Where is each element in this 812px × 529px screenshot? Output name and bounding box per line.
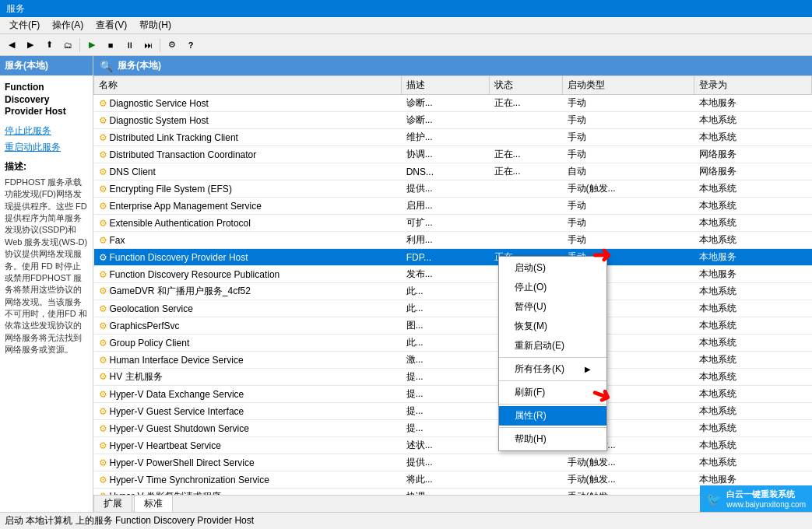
- menu-help[interactable]: 帮助(H): [133, 17, 178, 33]
- stop-service-link[interactable]: 停止此服务: [5, 124, 88, 138]
- table-row[interactable]: ⚙DNS ClientDNS...正在...自动网络服务: [94, 163, 812, 180]
- col-login[interactable]: 登录为: [694, 76, 812, 95]
- col-startup[interactable]: 启动类型: [563, 76, 694, 95]
- right-panel-header: 🔍 服务(本地): [93, 56, 812, 75]
- table-row[interactable]: ⚙Hyper-V Data Exchange Service提...手动本地系统: [94, 386, 812, 403]
- context-menu-item-5[interactable]: 所有任务(K)▶: [499, 359, 606, 379]
- service-name-cell: ⚙Hyper-V Data Exchange Service: [94, 386, 402, 403]
- toolbar-stop[interactable]: ■: [102, 37, 119, 54]
- service-name-cell: ⚙Distributed Transaction Coordinator: [94, 146, 402, 163]
- context-menu-item-2[interactable]: 暂停(U): [499, 297, 606, 317]
- service-startup-cell: 手动: [563, 146, 694, 163]
- right-panel: 🔍 服务(本地) 名称 描述 状态 启动类型 登录为 ⚙Diagnostic S…: [93, 56, 812, 512]
- service-startup-cell: 手动(触发...: [563, 454, 694, 471]
- context-menu-item-8[interactable]: 帮助(H): [499, 429, 606, 449]
- watermark-line2: www.baiyunxitong.com: [726, 500, 806, 509]
- toolbar-pause[interactable]: ⏸: [121, 37, 138, 54]
- table-row[interactable]: ⚙Human Interface Device Service激...手动本地系…: [94, 352, 812, 369]
- context-menu-item-7[interactable]: 属性(R): [499, 406, 606, 426]
- table-row[interactable]: ⚙Function Discovery Provider HostFDP...正…: [94, 249, 812, 266]
- table-row[interactable]: ⚙Hyper-V PowerShell Direct Service提供...手…: [94, 454, 812, 471]
- table-row[interactable]: ⚙Fax利用...手动本地系统: [94, 232, 812, 249]
- status-text: 启动 本地计算机 上的服务 Function Discovery Provide…: [5, 514, 254, 527]
- twitter-icon: 🐦: [706, 492, 722, 506]
- context-menu-label-7: 属性(R): [515, 409, 547, 422]
- table-row[interactable]: ⚙Distributed Link Tracking Client维护...手动…: [94, 129, 812, 146]
- context-menu-label-8: 帮助(H): [515, 433, 547, 446]
- service-desc-cell: 维护...: [402, 129, 490, 146]
- service-desc-cell: 协调...: [402, 489, 490, 496]
- table-row[interactable]: ⚙Diagnostic Service Host诊断...正在...手动本地服务: [94, 95, 812, 112]
- toolbar-up[interactable]: ⬆: [40, 37, 58, 54]
- tab-standard[interactable]: 标准: [134, 495, 173, 512]
- service-name-cell: ⚙Function Discovery Provider Host: [94, 249, 402, 266]
- service-name-cell: ⚙Encrypting File System (EFS): [94, 180, 402, 198]
- toolbar-restart[interactable]: ⏭: [139, 37, 156, 54]
- table-row[interactable]: ⚙Extensible Authentication Protocol可扩...…: [94, 215, 812, 232]
- service-login-cell: 本地系统: [694, 198, 812, 215]
- service-desc-cell: 启用...: [402, 198, 490, 215]
- toolbar-properties[interactable]: ⚙: [163, 37, 181, 54]
- context-menu-label-0: 启动(S): [515, 261, 546, 275]
- table-row[interactable]: ⚙GraphicsPerfSvc图...手动本地系统: [94, 317, 812, 335]
- service-desc-cell: 利用...: [402, 232, 490, 249]
- left-panel-header: 服务(本地): [0, 56, 93, 75]
- service-login-cell: 本地系统: [694, 420, 812, 437]
- table-row[interactable]: ⚙Distributed Transaction Coordinator协调..…: [94, 146, 812, 163]
- desc-label: 描述:: [5, 160, 88, 173]
- service-login-cell: 本地系统: [694, 454, 812, 471]
- table-row[interactable]: ⚙GameDVR 和广播用户服务_4cf52此...手动本地系统: [94, 283, 812, 300]
- service-login-cell: 本地系统: [694, 335, 812, 352]
- tab-extended[interactable]: 扩展: [93, 495, 132, 512]
- service-desc-cell: 诊断...: [402, 112, 490, 129]
- context-menu-item-4[interactable]: 重新启动(E): [499, 336, 606, 356]
- menu-file[interactable]: 文件(F): [3, 17, 46, 33]
- menu-action[interactable]: 操作(A): [46, 17, 90, 33]
- service-login-cell: 本地系统: [694, 352, 812, 369]
- context-menu-item-3[interactable]: 恢复(M): [499, 317, 606, 336]
- toolbar-help[interactable]: ?: [182, 37, 199, 54]
- service-status-cell: [490, 198, 563, 215]
- col-name[interactable]: 名称: [94, 76, 402, 95]
- table-row[interactable]: ⚙Function Discovery Resource Publication…: [94, 266, 812, 283]
- context-menu-item-1[interactable]: 停止(O): [499, 278, 606, 297]
- service-name-cell: ⚙Fax: [94, 232, 402, 249]
- service-name-cell: ⚙Diagnostic System Host: [94, 112, 402, 129]
- table-row[interactable]: ⚙Group Policy Client此...手动本地系统: [94, 335, 812, 352]
- service-desc-cell: 激...: [402, 352, 490, 369]
- context-menu-label-5: 所有任务(K): [515, 363, 564, 376]
- service-desc-cell: 将此...: [402, 471, 490, 489]
- service-startup-cell: 手动(触发...: [563, 180, 694, 198]
- service-login-cell: 本地服务: [694, 266, 812, 283]
- toolbar-start[interactable]: ▶: [83, 37, 100, 54]
- service-name-cell: ⚙DNS Client: [94, 163, 402, 180]
- col-status[interactable]: 状态: [490, 76, 563, 95]
- table-row[interactable]: ⚙Geolocation Service此...手动本地系统: [94, 300, 812, 317]
- table-row[interactable]: ⚙Enterprise App Management Service启用...手…: [94, 198, 812, 215]
- service-login-cell: 本地系统: [694, 403, 812, 420]
- service-desc-cell: 提...: [402, 403, 490, 420]
- service-desc-cell: FDP...: [402, 249, 490, 266]
- service-startup-cell: 自动: [563, 163, 694, 180]
- context-menu-item-6[interactable]: 刷新(F): [499, 383, 606, 402]
- context-menu-sep-6: [499, 404, 606, 405]
- table-row[interactable]: ⚙Hyper-V Guest Shutdown Service提...手动本地系…: [94, 420, 812, 437]
- table-scroll[interactable]: 名称 描述 状态 启动类型 登录为 ⚙Diagnostic Service Ho…: [93, 75, 812, 495]
- context-menu-item-0[interactable]: 启动(S): [499, 258, 606, 278]
- watermark-line1: 白云一键重装系统: [726, 489, 806, 500]
- table-row[interactable]: ⚙Hyper-V Heartbeat Service述状...手动(触发...本…: [94, 437, 812, 454]
- table-row[interactable]: ⚙HV 主机服务提...手动本地系统: [94, 369, 812, 386]
- watermark: 🐦 白云一键重装系统 www.baiyunxitong.com: [700, 485, 812, 512]
- toolbar-back[interactable]: ◀: [3, 37, 20, 54]
- toolbar-forward[interactable]: ▶: [22, 37, 39, 54]
- menu-view[interactable]: 查看(V): [90, 17, 133, 33]
- col-desc[interactable]: 描述: [402, 76, 490, 95]
- title-text: 服务: [6, 2, 25, 16]
- toolbar-show-hide[interactable]: 🗂: [59, 37, 76, 54]
- restart-service-link[interactable]: 重启动此服务: [5, 141, 88, 154]
- table-row[interactable]: ⚙Diagnostic System Host诊断...手动本地系统: [94, 112, 812, 129]
- title-bar: 服务: [0, 0, 812, 17]
- service-desc-cell: 提...: [402, 420, 490, 437]
- table-row[interactable]: ⚙Encrypting File System (EFS)提供...手动(触发.…: [94, 180, 812, 198]
- table-row[interactable]: ⚙Hyper-V Guest Service Interface提...手动本地…: [94, 403, 812, 420]
